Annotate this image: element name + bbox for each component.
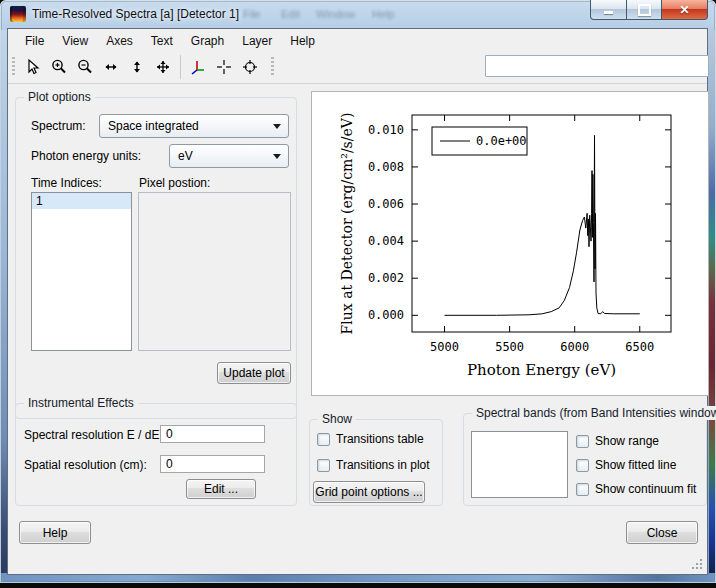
toolbar-input[interactable] [485,55,709,77]
show-continuum-fit-label: Show continuum fit [595,482,696,496]
spectrum-select[interactable]: Space integrated [99,114,289,138]
svg-text:6500: 6500 [625,340,654,354]
expand-horizontal-button[interactable] [98,55,124,79]
menu-axes[interactable]: Axes [97,32,142,50]
update-plot-button[interactable]: Update plot [217,362,291,384]
spectrum-label: Spectrum: [31,119,86,133]
menu-bar: File View Axes Text Graph Layer Help [8,30,707,51]
spectral-bands-list[interactable] [471,431,568,498]
window-border-right [709,30,715,573]
spectral-resolution-field[interactable] [160,425,265,443]
minimize-icon [604,11,613,14]
chevron-down-icon [273,154,281,159]
help-button[interactable]: Help [19,521,91,544]
maximize-button[interactable] [627,0,662,20]
axes-triad-icon [189,58,207,76]
pixel-position-list[interactable] [138,192,291,351]
list-item[interactable]: 1 [32,193,131,209]
zoom-out-button[interactable] [72,55,98,79]
spatial-resolution-field[interactable] [160,455,265,473]
svg-text:Photon Energy (eV): Photon Energy (eV) [467,361,616,379]
title-bar[interactable]: Time-Resolved Spectra [a] [Detector 1] F… [0,0,716,28]
time-indices-list[interactable]: 1 [31,192,132,351]
client-area: File View Axes Text Graph Layer Help [7,28,708,575]
close-icon: ✕ [679,3,689,17]
spectrum-select-value: Space integrated [108,119,199,133]
menu-file[interactable]: File [16,32,53,50]
titlebar-ghost-text: Help [372,8,395,20]
show-fitted-line-checkbox[interactable] [576,459,589,472]
spectrum-chart-svg: 50005500600065000.0000.0020.0040.0060.00… [312,92,708,395]
expand-vertical-button[interactable] [124,55,150,79]
toolbar-grip[interactable] [271,57,274,77]
show-continuum-fit-checkbox[interactable] [576,483,589,496]
transitions-table-checkbox[interactable] [317,433,330,446]
show-range-label: Show range [595,434,659,448]
svg-text:0.000: 0.000 [368,308,404,322]
show-fitted-line-label: Show fitted line [595,458,676,472]
show-continuum-fit-row: Show continuum fit [576,482,696,496]
close-button[interactable]: ✕ [662,0,708,20]
energy-units-select-value: eV [178,149,193,163]
show-fitted-line-row: Show fitted line [576,458,676,472]
edit-button[interactable]: Edit ... [186,479,256,499]
pan-icon [154,58,172,76]
app-window: Time-Resolved Spectra [a] [Detector 1] F… [0,0,716,583]
svg-text:0.004: 0.004 [368,234,404,248]
svg-text:0.006: 0.006 [368,197,404,211]
close-dialog-button[interactable]: Close [626,521,698,544]
grid-point-options-button[interactable]: Grid point options ... [313,481,425,503]
svg-text:0.002: 0.002 [368,271,404,285]
svg-text:Flux at Detector (erg/cm²/s/eV: Flux at Detector (erg/cm²/s/eV) [339,113,355,335]
zoom-out-icon [76,58,94,76]
transitions-table-row: Transitions table [317,432,424,446]
transitions-table-label: Transitions table [336,432,424,446]
menu-text[interactable]: Text [142,32,182,50]
show-range-row: Show range [576,434,659,448]
target-icon [241,58,259,76]
crosshair-icon [215,58,233,76]
titlebar-ghost-text: File [243,8,261,20]
toolbar-separator [180,55,181,79]
titlebar-ghost-text: Edit [281,8,300,20]
energy-units-select[interactable]: eV [169,144,289,168]
select-cursor-button[interactable] [20,55,46,79]
menu-graph[interactable]: Graph [182,32,233,50]
menu-help[interactable]: Help [281,32,324,50]
instrumental-effects-group-label: Instrumental Effects [24,396,138,410]
titlebar-ghost-text: Window [316,8,355,20]
target-button[interactable] [237,55,263,79]
transitions-plot-checkbox[interactable] [317,459,330,472]
plot-options-group-label: Plot options [24,90,95,104]
axes-button[interactable] [185,55,211,79]
menu-layer[interactable]: Layer [233,32,281,50]
spectral-resolution-label: Spectral resolution E / dE: [24,428,163,442]
expand-horizontal-icon [102,58,120,76]
window-title: Time-Resolved Spectra [a] [Detector 1] [32,7,239,21]
svg-text:6000: 6000 [560,340,589,354]
zoom-in-icon [50,58,68,76]
maximize-icon [638,4,651,16]
zoom-in-button[interactable] [46,55,72,79]
pan-button[interactable] [150,55,176,79]
chevron-down-icon [273,124,281,129]
crosshair-button[interactable] [211,55,237,79]
spatial-resolution-label: Spatial resolution (cm): [24,458,147,472]
show-group-label: Show [318,412,356,426]
menu-view[interactable]: View [53,32,97,50]
svg-text:5500: 5500 [495,340,524,354]
resize-grip-icon[interactable] [691,558,703,570]
expand-vertical-icon [128,58,146,76]
spectrum-chart: 50005500600065000.0000.0020.0040.0060.00… [311,91,709,396]
minimize-button[interactable] [590,0,627,20]
svg-text:5000: 5000 [430,340,459,354]
toolbar-grip[interactable] [12,57,15,77]
show-range-checkbox[interactable] [576,435,589,448]
svg-text:0.0e+00: 0.0e+00 [476,134,527,148]
app-icon [10,6,26,22]
select-cursor-icon [24,58,42,76]
transitions-plot-label: Transitions in plot [336,458,430,472]
toolbar [8,51,707,84]
transitions-plot-row: Transitions in plot [317,458,430,472]
spectral-bands-group-label: Spectral bands (from Band Intensities wi… [472,406,716,420]
